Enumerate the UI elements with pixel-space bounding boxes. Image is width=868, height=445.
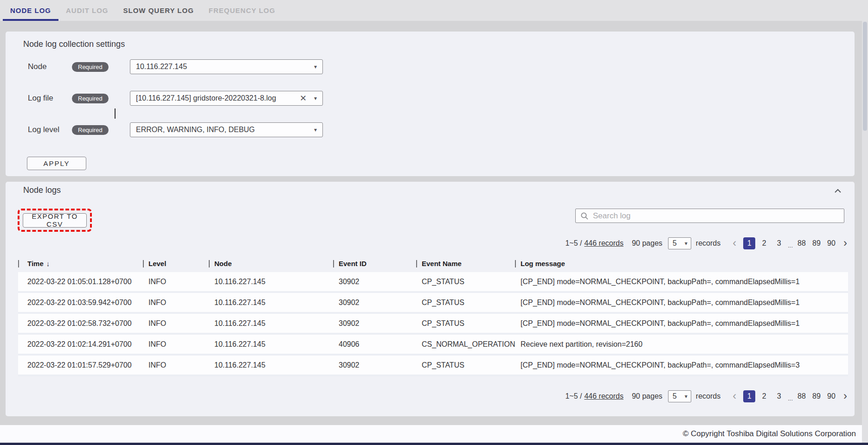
tab-slow-query-log[interactable]: SLOW QUERY LOG [116, 0, 201, 21]
records-count-link[interactable]: 446 records [584, 392, 624, 400]
node-logs-panel: Node logs EXPORT TO CSV 1~5 / 446 record… [6, 182, 855, 416]
sort-desc-icon: ↓ [46, 260, 50, 267]
prev-page-button[interactable]: ‹ [733, 238, 736, 249]
page-button-90[interactable]: 90 [825, 390, 837, 402]
cell-node: 10.116.227.145 [209, 278, 333, 286]
pages-count: 90 pages [632, 239, 662, 248]
column-header-log-message[interactable]: Log message [515, 260, 848, 267]
copyright-text: © Copyright Toshiba Digital Solutions Co… [683, 429, 856, 439]
cell-level: INFO [143, 340, 209, 349]
table-row: 2022-03-22 01:01:57.529+0700 INFO 10.116… [18, 356, 848, 376]
cell-event-name: CS_NORMAL_OPERATION [416, 340, 515, 349]
page-button-88[interactable]: 88 [796, 237, 808, 249]
table-row: 2022-03-22 01:02:14.291+0700 INFO 10.116… [18, 335, 848, 356]
cell-log-message: [CP_END] mode=NORMAL_CHECKPOINT, backupP… [515, 319, 848, 328]
chevron-down-icon: ▾ [314, 127, 317, 133]
tab-audit-log[interactable]: AUDIT LOG [58, 0, 116, 21]
table-body: 2022-03-22 01:05:01.128+0700 INFO 10.116… [18, 272, 848, 376]
log-level-select-value: ERROR, WARNING, INFO, DEBUG [136, 126, 314, 134]
column-header-node[interactable]: Node [209, 260, 333, 267]
node-field-row: Node Required 10.116.227.145 ▾ [28, 59, 109, 74]
cell-log-message: [CP_END] mode=NORMAL_CHECKPOINT, backupP… [515, 361, 848, 369]
prev-page-button[interactable]: ‹ [733, 391, 736, 402]
tab-node-log[interactable]: NODE LOG [3, 0, 58, 21]
next-page-button[interactable]: › [843, 391, 847, 402]
page-size-value: 5 [673, 392, 685, 400]
cell-level: INFO [143, 361, 209, 369]
log-file-field-row: Log file Required [10.116.227.145] grids… [28, 91, 109, 106]
log-search-box [575, 209, 844, 223]
page-button-89[interactable]: 89 [810, 237, 823, 249]
cell-node: 10.116.227.145 [209, 361, 333, 369]
chevron-down-icon: ▾ [314, 64, 317, 70]
export-to-csv-button[interactable]: EXPORT TO CSV [23, 213, 87, 228]
apply-button[interactable]: APPLY [27, 157, 86, 170]
pages-ellipsis: ... [788, 242, 793, 249]
cell-time: 2022-03-22 01:01:57.529+0700 [18, 361, 143, 369]
cell-event-name: CP_STATUS [416, 299, 515, 307]
page-size-select[interactable]: 5 ▾ [668, 237, 691, 249]
page-button-3[interactable]: 3 [773, 390, 785, 402]
log-file-select[interactable]: [10.116.227.145] gridstore-20220321-8.lo… [130, 91, 323, 106]
page-button-2[interactable]: 2 [758, 237, 770, 249]
pages-count: 90 pages [632, 392, 662, 400]
next-page-button[interactable]: › [843, 238, 847, 249]
page-button-2[interactable]: 2 [758, 390, 770, 402]
records-range: 1~5 / [565, 392, 582, 400]
pages-ellipsis: ... [788, 395, 793, 402]
page-button-1[interactable]: 1 [743, 237, 755, 249]
records-label: records [696, 392, 720, 400]
cell-time: 2022-03-22 01:05:01.128+0700 [18, 278, 143, 286]
page-size-select[interactable]: 5 ▾ [668, 390, 691, 402]
column-header-time[interactable]: Time↓ [18, 260, 143, 267]
log-file-select-value: [10.116.227.145] gridstore-20220321-8.lo… [136, 94, 300, 102]
cell-node: 10.116.227.145 [209, 340, 333, 349]
chevron-down-icon: ▾ [685, 241, 688, 246]
records-count-link[interactable]: 446 records [584, 239, 624, 248]
page-button-90[interactable]: 90 [825, 237, 837, 249]
tab-frequency-log[interactable]: FREQUENCY LOG [201, 0, 283, 21]
log-file-field-label: Log file [28, 94, 72, 103]
vertical-scrollbar [862, 21, 868, 443]
log-level-select[interactable]: ERROR, WARNING, INFO, DEBUG ▾ [130, 122, 323, 137]
collapse-panel-button[interactable] [833, 186, 842, 196]
column-header-level[interactable]: Level [143, 260, 209, 267]
table-row: 2022-03-22 01:05:01.128+0700 INFO 10.116… [18, 272, 848, 293]
cell-event-id: 30902 [333, 361, 416, 369]
page-button-88[interactable]: 88 [796, 390, 808, 402]
cell-event-id: 30902 [333, 299, 416, 307]
log-type-tabbar: NODE LOG AUDIT LOG SLOW QUERY LOG FREQUE… [0, 0, 868, 21]
log-level-field-row: Log level Required ERROR, WARNING, INFO,… [28, 122, 109, 137]
node-select[interactable]: 10.116.227.145 ▾ [130, 59, 323, 74]
node-select-value: 10.116.227.145 [136, 63, 314, 71]
page-button-1[interactable]: 1 [743, 390, 755, 402]
cell-event-id: 40906 [333, 340, 416, 349]
cell-event-name: CP_STATUS [416, 278, 515, 286]
table-header-row: Time↓ Level Node Event ID Event Name Log… [18, 257, 848, 270]
column-header-event-name[interactable]: Event Name [416, 260, 515, 267]
required-badge: Required [72, 94, 109, 103]
cell-log-message: Recieve next partition, revision=2160 [515, 340, 848, 349]
cell-log-message: [CP_END] mode=NORMAL_CHECKPOINT, backupP… [515, 299, 848, 307]
scrollbar-thumb[interactable] [863, 22, 867, 131]
cell-node: 10.116.227.145 [209, 299, 333, 307]
page-button-89[interactable]: 89 [810, 390, 823, 402]
records-label: records [696, 239, 720, 248]
text-cursor-artifact [115, 108, 116, 119]
search-input[interactable] [593, 211, 839, 221]
cell-event-id: 30902 [333, 319, 416, 328]
page-button-3[interactable]: 3 [773, 237, 785, 249]
page-size-value: 5 [673, 239, 685, 248]
cell-level: INFO [143, 278, 209, 286]
column-header-event-id[interactable]: Event ID [333, 260, 416, 267]
clear-icon[interactable]: ✕ [300, 94, 307, 102]
cell-event-name: CP_STATUS [416, 319, 515, 328]
cell-level: INFO [143, 319, 209, 328]
chevron-down-icon: ▾ [685, 394, 688, 399]
cell-time: 2022-03-22 01:03:59.942+0700 [18, 299, 143, 307]
settings-panel-title: Node log collection settings [23, 39, 125, 49]
node-field-label: Node [28, 62, 72, 71]
required-badge: Required [72, 125, 109, 135]
column-header-label: Time [27, 260, 44, 267]
bottom-accent-bar [0, 443, 868, 445]
